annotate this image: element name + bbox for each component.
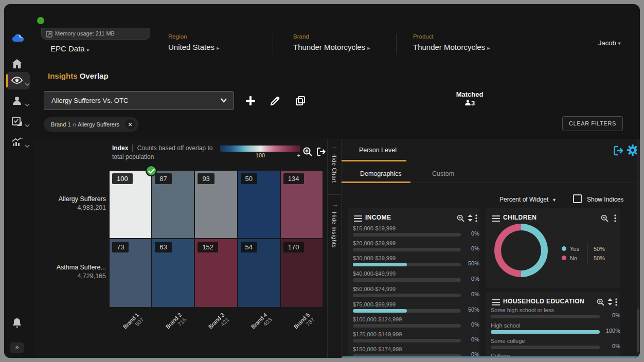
heatmap-cell-value: 73	[112, 242, 129, 252]
heatmap-cell[interactable]: 152	[195, 239, 237, 307]
heatmap-legend-title: Index│Counts based off overlap to total …	[112, 144, 224, 161]
active-tab-underline	[342, 160, 406, 161]
divider	[152, 34, 152, 55]
insights-eye-icon[interactable]	[11, 75, 23, 87]
heatmap-cell-value: 170	[283, 242, 304, 252]
income-widget: INCOME $15,000-$19,999 0% $20,000-$29,99…	[348, 208, 479, 356]
arrow-left-icon: ←	[332, 143, 338, 151]
heatmap-cell[interactable]: 100	[110, 171, 151, 238]
drag-handle-icon[interactable]	[492, 298, 500, 307]
children-widget: CHILDREN Yes No 50% 50%	[486, 208, 620, 288]
filter-chip-label: Brand 1 ∩ Allergy Sufferers	[51, 121, 119, 128]
heatmap-cell[interactable]: 134	[281, 171, 323, 238]
survey-clipboard-icon[interactable]	[11, 116, 24, 129]
desktop-background: » Memory usage: 211 MB EPC Data ▸ Region…	[0, 0, 644, 362]
heatmap-cell-value: 93	[198, 173, 214, 184]
heatmap-cell[interactable]: 50	[238, 171, 280, 238]
kebab-menu-icon[interactable]	[475, 214, 477, 224]
percent-of-widget-select[interactable]: Percent of Widget ▼	[499, 196, 557, 203]
export-insights-icon[interactable]	[613, 145, 624, 158]
sort-icon[interactable]	[607, 298, 613, 307]
income-row: $125,000-$149,999 0%	[353, 331, 474, 345]
sort-icon[interactable]	[468, 214, 473, 224]
insights-panel: Person Level Demographics Custom Percent…	[342, 139, 640, 358]
search-icon[interactable]	[601, 214, 609, 224]
product-select[interactable]: Thunder Motorcycles ▸	[413, 43, 490, 51]
tab-person-level[interactable]: Person Level	[359, 147, 397, 154]
panel-splitter: ← Hide Chart → Hide Insights	[327, 139, 342, 358]
kebab-menu-icon[interactable]	[615, 298, 617, 308]
heatmap-row-label: Asthma Suffere... 4,729,165	[34, 264, 106, 280]
region-select[interactable]: United States ▸	[168, 43, 220, 51]
heatmap-cell-value: 87	[155, 173, 171, 184]
heatmap-cell[interactable]: 93	[195, 171, 237, 238]
clear-filters-button[interactable]: CLEAR FILTERS	[562, 116, 623, 131]
matched-label: Matched	[436, 90, 503, 98]
divider	[34, 62, 640, 62]
education-row: Some college 0%	[491, 338, 615, 351]
caret-down-icon: ▼	[552, 197, 557, 203]
export-chart-icon[interactable]	[316, 147, 326, 159]
cloud-logo-icon	[11, 33, 24, 45]
chevron-down-icon	[25, 100, 30, 105]
user-menu[interactable]: Jacob ▾	[598, 39, 621, 47]
memory-usage-tooltip: Memory usage: 211 MB	[41, 28, 150, 40]
income-row: $15,000-$19,999 0%	[353, 225, 474, 239]
expand-sidebar-button[interactable]: »	[10, 342, 24, 353]
children-widget-title: CHILDREN	[503, 214, 536, 221]
show-indices-checkbox[interactable]	[573, 194, 582, 203]
heatmap-cell[interactable]: 63	[152, 239, 194, 307]
heatmap-cell[interactable]: 73	[110, 239, 151, 307]
children-donut-chart	[494, 224, 548, 277]
heatmap-cell-value: 152	[198, 242, 218, 252]
matched-summary: Matched 3	[436, 90, 503, 107]
zoom-chart-icon[interactable]	[302, 147, 313, 159]
arrow-right-icon: →	[332, 201, 338, 208]
heatmap-row-label: Allergy Sufferers 4,983,201	[34, 195, 106, 211]
brand-select[interactable]: Thunder Motorcycles ▸	[293, 43, 370, 51]
income-row: $30,000-$39,999 50%	[353, 255, 474, 268]
hide-insights-button[interactable]: Hide Insights	[331, 212, 337, 248]
edit-pencil-icon[interactable]	[270, 95, 281, 108]
filter-chip[interactable]: Brand 1 ∩ Allergy Sufferers ✕	[44, 117, 138, 132]
kebab-menu-icon[interactable]	[614, 214, 616, 224]
add-overlap-button[interactable]	[244, 95, 257, 109]
education-row: College 0%	[491, 353, 615, 356]
tab-custom[interactable]: Custom	[432, 170, 454, 177]
heatmap-cell[interactable]: 170	[281, 239, 323, 307]
active-subtab-underline	[342, 182, 410, 183]
remove-filter-icon[interactable]: ✕	[125, 119, 135, 130]
caret-down-icon: ▾	[618, 40, 621, 46]
household-education-widget: HOUSEHOLD EDUCATION Some high school or …	[486, 292, 620, 356]
legend-dot-yes	[562, 246, 566, 251]
dataset-select[interactable]: EPC Data ▸	[50, 44, 90, 53]
hide-chart-button[interactable]: Hide Chart	[331, 153, 337, 183]
home-icon[interactable]	[11, 59, 24, 71]
copy-icon[interactable]	[295, 95, 306, 108]
heatmap-column-label: Brand 1507	[106, 312, 145, 350]
region-label: Region	[168, 33, 187, 40]
overlap-select[interactable]: Allergy Sufferers Vs. OTC	[44, 91, 234, 110]
income-row: $50,000-$74,999 0%	[353, 286, 474, 299]
app-window: » Memory usage: 211 MB EPC Data ▸ Region…	[4, 4, 640, 358]
drag-handle-icon[interactable]	[492, 214, 500, 224]
heatmap-cell-value: 63	[155, 242, 171, 252]
heatmap-cell[interactable]: 87	[152, 171, 194, 238]
heatmap-cell[interactable]: 54	[238, 239, 280, 307]
search-icon[interactable]	[457, 214, 464, 224]
chevron-down-icon	[25, 120, 30, 125]
income-row: $150,000-$174,999 0%	[353, 346, 474, 356]
notifications-bell-icon[interactable]	[11, 317, 24, 330]
zoom-button[interactable]	[37, 17, 44, 24]
horizontal-scrollbar[interactable]	[342, 356, 640, 358]
tab-demographics[interactable]: Demographics	[360, 170, 402, 177]
heatmap-cell-value: 134	[283, 173, 304, 184]
vertical-scrollbar[interactable]	[637, 139, 640, 358]
analytics-trend-icon[interactable]	[11, 137, 24, 149]
heatmap-column-label: Brand 2716	[149, 312, 188, 350]
education-widget-title: HOUSEHOLD EDUCATION	[503, 298, 584, 305]
income-row: $40,000-$49,999 0%	[353, 270, 474, 284]
sidebar: »	[4, 4, 34, 358]
drag-handle-icon[interactable]	[354, 214, 362, 224]
audience-person-icon[interactable]	[11, 96, 24, 108]
